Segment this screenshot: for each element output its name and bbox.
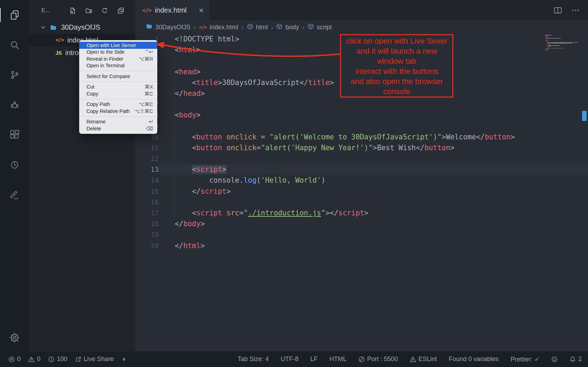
status-0[interactable]: 0 (28, 355, 40, 363)
status-eslint[interactable]: ESLint (410, 355, 437, 363)
minimap-token (550, 46, 551, 47)
status-live-share[interactable]: Live Share (75, 355, 114, 363)
status-100[interactable]: 100 (48, 355, 67, 363)
menu-item-select-for-compare[interactable]: Select for Compare (79, 73, 157, 80)
code-token: = (239, 209, 243, 217)
tab-bar: </> index.html × (135, 0, 588, 21)
refresh-icon[interactable] (101, 7, 108, 14)
new-folder-icon[interactable] (85, 7, 92, 14)
minimap-token (548, 46, 550, 47)
menu-item-delete[interactable]: Delete⌫ (79, 125, 157, 132)
status-utf-8[interactable]: UTF-8 (281, 355, 299, 363)
explorer-title: E... (42, 7, 51, 14)
more-actions-icon[interactable] (572, 6, 580, 14)
explorer-icon[interactable] (6, 7, 23, 23)
status-smiley[interactable] (551, 356, 558, 362)
extensions-icon[interactable] (6, 127, 23, 143)
status-port-5500[interactable]: Port : 5500 (359, 355, 398, 363)
line-number: 11 (135, 143, 159, 153)
code-line-9[interactable]: 9 (135, 121, 588, 132)
code-line-11[interactable]: 11 <button onclick="alert('Happy New Yea… (135, 143, 588, 153)
collapse-all-icon[interactable] (117, 7, 124, 14)
status-lf[interactable]: LF (310, 355, 318, 363)
folder-row-30daysofjs[interactable]: 30DaysOfJS (29, 21, 135, 34)
code-line-17[interactable]: 17 <script src="./introduction.js"></scr… (135, 208, 588, 219)
menu-item-label: Reveal in Finder (86, 56, 134, 62)
code-token: button (424, 144, 450, 152)
menu-item-label: Open in Terminal (86, 63, 153, 68)
minimap-token (575, 42, 578, 43)
minimap-token (550, 43, 553, 44)
history-icon[interactable] (6, 156, 23, 173)
code-line-14[interactable]: 14 console.log('Hello, World') (135, 175, 588, 186)
menu-item-open-to-the-side[interactable]: Open to the Side⌃↩ (79, 49, 157, 56)
explorer-header: E... (29, 0, 135, 21)
code-token: button (485, 133, 511, 141)
minimap[interactable] (545, 35, 580, 51)
code-line-10[interactable]: 10 <button onclick = "alert('Welcome to … (135, 132, 588, 143)
menu-item-cut[interactable]: Cut⌘X (79, 84, 157, 91)
status-label: Prettier: ✓ (511, 355, 540, 363)
code-line-20[interactable]: 20</html> (135, 240, 588, 251)
code-line-18[interactable]: 18</body> (135, 219, 588, 229)
status-html[interactable]: HTML (330, 355, 347, 363)
code-token (175, 78, 192, 87)
status-0[interactable]: 0 (8, 355, 21, 363)
menu-shortcut: ↩ (149, 119, 153, 124)
menu-item-open-in-terminal[interactable]: Open in Terminal (79, 62, 157, 69)
new-file-icon[interactable] (69, 7, 76, 14)
status-2[interactable]: 2 (570, 355, 582, 363)
split-editor-icon[interactable] (554, 6, 562, 14)
breadcrumb-item-html[interactable]: html (247, 23, 268, 31)
minimap-token (548, 39, 548, 40)
breadcrumb-item-index-html[interactable]: </>index.html (199, 24, 238, 31)
code-token (175, 209, 192, 217)
status-tab-size-4[interactable]: Tab Size: 4 (238, 355, 269, 363)
code-line-12[interactable]: 12 (135, 153, 588, 164)
menu-item-reveal-in-finder[interactable]: Reveal in Finder⌥⌘R (79, 55, 157, 62)
pen-icon[interactable] (6, 186, 23, 203)
lightning-icon (121, 356, 127, 362)
code-line-13[interactable]: 13 <script> (135, 164, 588, 175)
status-prettier[interactable]: Prettier: ✓ (511, 355, 540, 363)
menu-item-label: Open with Live Server (86, 43, 153, 48)
context-menu: Open with Live ServerOpen to the Side⌃↩R… (79, 40, 157, 134)
code-token: < (192, 209, 196, 217)
debug-icon[interactable] (6, 97, 23, 113)
live-share-icon (75, 356, 81, 362)
menu-item-rename[interactable]: Rename↩ (79, 118, 157, 125)
search-icon[interactable] (6, 37, 23, 53)
code-token: = (257, 144, 261, 152)
settings-gear-icon[interactable] (6, 329, 23, 346)
menu-item-copy[interactable]: Copy⌘C (79, 90, 157, 97)
code-line-7[interactable]: 7 (135, 99, 588, 110)
source-control-icon[interactable] (6, 67, 23, 83)
tab-index-html[interactable]: </> index.html × (135, 0, 209, 21)
code-token: title (308, 78, 330, 87)
breadcrumb-item-30daysofjs[interactable]: 30DaysOfJS (146, 23, 190, 31)
status-label: 100 (57, 355, 67, 363)
minimap-token (548, 43, 550, 44)
code-token: > (196, 111, 201, 119)
menu-item-label: Open to the Side (86, 49, 141, 55)
code-token: "alert('Welcome to 30DaysOfJavaScript')" (270, 133, 442, 141)
code-line-16[interactable]: 16 (135, 197, 588, 208)
minimap-token (550, 38, 557, 39)
code-line-19[interactable]: 19 (135, 229, 588, 240)
code-token: </ (330, 209, 338, 217)
code-text: </html> (159, 240, 588, 251)
code-token (175, 187, 192, 196)
status-lightning[interactable] (121, 356, 127, 362)
code-line-8[interactable]: 8<body> (135, 110, 588, 121)
smiley-icon (551, 356, 558, 362)
code-line-15[interactable]: 15 </script> (135, 186, 588, 197)
status-found-0-variables[interactable]: Found 0 variables (449, 355, 499, 363)
breadcrumb-item-script[interactable]: script (308, 23, 332, 31)
menu-item-copy-path[interactable]: Copy Path⌥⌘C (79, 101, 157, 108)
folder-icon (50, 24, 57, 31)
menu-item-copy-relative-path[interactable]: Copy Relative Path⌥⇧⌘C (79, 108, 157, 115)
menu-item-open-with-live-server[interactable]: Open with Live Server (79, 42, 157, 49)
breadcrumb-item-body[interactable]: body (276, 23, 299, 31)
status-label: 0 (17, 355, 21, 363)
tab-close-icon[interactable]: × (199, 6, 204, 15)
